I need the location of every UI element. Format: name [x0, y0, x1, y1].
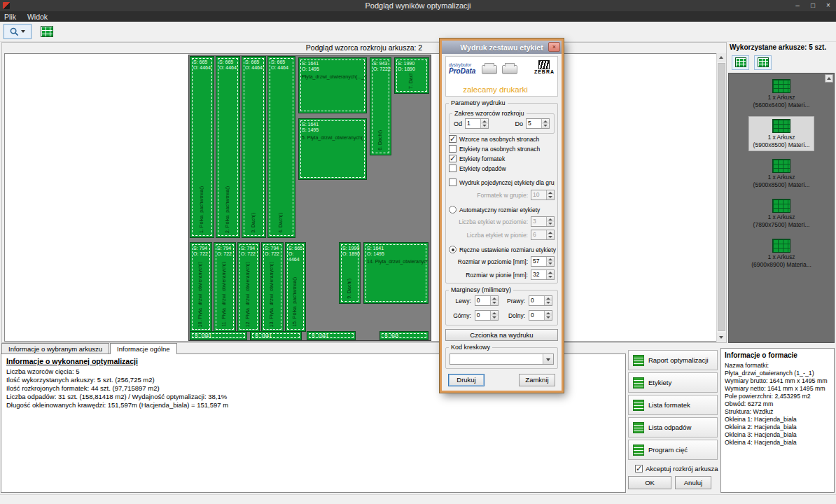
cut-panel-16[interactable]: S: 1641 [190, 331, 247, 340]
auto-size-radio[interactable]: Automatyczny rozmiar etykiety [449, 206, 555, 214]
side-button-3[interactable]: Lista formatek [628, 395, 718, 415]
cut-panel-7[interactable]: S: 943 O: 72226. Dach() [370, 57, 391, 155]
cut-panel-10[interactable]: S: 794 O: 72211. Płyta_drzwi_otwieranych… [214, 242, 236, 332]
cut-panel-5[interactable]: S: 1641 O: 1495Płyta_drzwi_otwieranych(.… [298, 57, 367, 113]
accept-layout-checkbox[interactable]: Akceptuj rozkrój arkusza [635, 465, 718, 472]
format-line: Nazwa formatki: Płyta_drzwi_otwieranych … [725, 362, 830, 377]
side-button-label: Lista odpadów [648, 424, 691, 431]
dialog-checkbox-5[interactable]: Wydruk pojedynczej etykiety dla grupy [449, 178, 555, 187]
sheet-list-item-5[interactable]: 1 x Arkusz(6900x8900) Materia... [729, 233, 834, 273]
margin-right-spinner[interactable]: 0 [529, 295, 552, 306]
sheets-grid-button[interactable] [754, 55, 772, 70]
scroll-down-icon[interactable] [717, 332, 726, 342]
menu-plik[interactable]: Plik [4, 13, 16, 21]
cut-panel-1[interactable]: S: 665 O: 44641. Półka_pachwowa() [190, 56, 214, 238]
dialog-checkbox-3[interactable]: Etykiety formatek [449, 154, 555, 163]
side-button-2[interactable]: Etykiety [628, 372, 718, 393]
panel-name-vertical: 9. Dach() [347, 279, 351, 299]
checkbox-icon[interactable] [635, 465, 643, 472]
cut-panel-13[interactable]: S: 665 O: 446415. Półka_pachwowa() [285, 242, 306, 332]
side-button-4[interactable]: Lista odpadów [628, 417, 718, 438]
preview-canvas[interactable]: S: 665 O: 44641. Półka_pachwowa()S: 665 … [4, 53, 717, 342]
checkbox-label: Etykiety formatek [459, 155, 505, 162]
sheets-scroll-up-icon[interactable] [825, 74, 833, 83]
preview-vertical-scrollbar[interactable] [716, 53, 725, 342]
side-button-5[interactable]: Program cięć [628, 440, 718, 460]
print-button[interactable]: Drukuj [448, 374, 485, 386]
cut-panel-4[interactable]: S: 665 O: 44644. Dach() [267, 56, 295, 238]
printer-icons [482, 61, 517, 74]
close-button[interactable]: × [821, 0, 836, 11]
side-button-1[interactable]: Raport optymalizacji [628, 350, 718, 370]
size-horizontal-spinner[interactable]: 57 [531, 256, 555, 267]
cut-panel-11[interactable]: S: 794 O: 72212. Płyta_drzwi_otwieranych… [237, 242, 260, 332]
checkbox-icon[interactable] [449, 145, 457, 153]
combo-arrow-icon[interactable] [543, 354, 553, 364]
margin-top-spinner[interactable]: 0 [475, 310, 499, 321]
zoom-dropdown-caret[interactable] [21, 30, 25, 33]
panel-name-vertical: 10. Płyta_drzwi_otwieranych() [197, 262, 202, 327]
sheet-list-item-2[interactable]: 1 x Arkusz(5900x8500) Materi... [729, 113, 834, 153]
tab-1[interactable]: Informacje o wybranym arkuszu [1, 343, 109, 354]
margin-bottom-spinner[interactable]: 0 [529, 310, 552, 321]
spin-down-icon[interactable] [480, 124, 488, 129]
minimize-button[interactable]: – [790, 0, 805, 11]
sheets-report-button[interactable] [732, 55, 749, 70]
spin-down-icon[interactable] [546, 262, 554, 267]
margin-right-label: Prawy: [503, 298, 525, 304]
cut-panel-3[interactable]: S: 665 O: 44643. Dach() [242, 56, 266, 238]
cut-panel-9[interactable]: S: 794 O: 72210. Płyta_drzwi_otwieranych… [190, 242, 212, 332]
dialog-checkbox-4[interactable]: Etykiety odpadów [449, 164, 555, 173]
margin-left-spinner[interactable]: 0 [475, 295, 499, 306]
cut-panel-17[interactable]: S: 1641 [250, 331, 302, 340]
to-spinner[interactable]: 5 [526, 118, 550, 129]
sheet-list-item-4[interactable]: 1 x Arkusz(7890x7500) Materi... [729, 193, 834, 233]
manual-size-radio[interactable]: Ręczne ustawienie rozmiaru etykiety [449, 246, 555, 253]
checkbox-icon[interactable] [449, 178, 457, 186]
spin-down-icon[interactable] [541, 124, 549, 129]
spin-down-icon[interactable] [546, 275, 554, 280]
checkbox-icon[interactable] [449, 135, 457, 143]
radio-icon[interactable] [449, 206, 457, 214]
cut-panel-8[interactable]: S: 1990 O: 18907. Dach() [394, 57, 429, 94]
cut-panel-15[interactable]: S: 1641 O: 149514. Płyta_drzwi_otwierany… [363, 242, 429, 304]
cut-panel-19[interactable]: S: 943 [379, 331, 429, 340]
maximize-button[interactable]: □ [805, 0, 821, 11]
tab-2[interactable]: Informacje ogólne [110, 343, 177, 354]
dialog-close-icon[interactable]: × [548, 42, 560, 52]
cancel-button[interactable]: Anuluj [675, 476, 711, 489]
ok-button[interactable]: OK [628, 476, 671, 489]
sheet-list-item-1[interactable]: 1 x Arkusz(5600x6400) Materi... [729, 74, 834, 113]
sheet-list-item-3[interactable]: 1 x Arkusz(5900x8500) Materi... [729, 153, 834, 193]
size-vertical-spinner[interactable]: 32 [531, 270, 555, 280]
dialog-checkbox-1[interactable]: Wzorce na osobnych stronach [449, 134, 555, 144]
checkbox-icon[interactable] [449, 164, 457, 172]
dialog-close-button[interactable]: Zamknij [519, 374, 555, 386]
cut-panel-18[interactable]: S: 1641 [307, 331, 356, 340]
optimization-button[interactable] [38, 24, 56, 39]
dialog-checkbox-2[interactable]: Etykiety na osobnych stronach [449, 144, 555, 153]
checkbox-label: Wydruk pojedynczej etykiety dla grupy [459, 179, 555, 186]
radio-icon[interactable] [449, 246, 457, 253]
scrollbar-thumb[interactable] [718, 63, 725, 331]
menu-widok[interactable]: Widok [27, 13, 48, 21]
panel-label: S: 665 O: 4464 [286, 243, 305, 262]
cut-panel-6[interactable]: S: 1641 S: 14955. Płyta_drzwi_otwieranyc… [298, 118, 367, 180]
cut-panel-12[interactable]: S: 794 O: 72213. Płyta_drzwi_otwieranych… [261, 242, 284, 332]
font-button[interactable]: Czcionka na wydruku [445, 329, 558, 341]
format-info-title: Informacje o formacie [725, 351, 830, 359]
panel-name-vertical: 3. Dach() [251, 213, 256, 233]
panel-name-vertical: 7. Dach() [408, 74, 413, 89]
dialog-title-bar[interactable]: Wydruk zestawu etykiet × [442, 41, 562, 54]
cut-panel-14[interactable]: S: 1990 O: 18909. Dach() [339, 242, 361, 304]
from-spinner[interactable]: 1 [465, 118, 489, 129]
zoom-button[interactable] [4, 24, 32, 39]
barcode-combobox[interactable] [450, 354, 554, 365]
cut-panel-2[interactable]: S: 665 O: 44642. Półka_pachwowa() [216, 56, 240, 238]
side-button-label: Lista formatek [648, 401, 690, 409]
scroll-up-icon[interactable] [717, 53, 726, 62]
checkbox-icon[interactable] [449, 155, 457, 162]
menu-bar: PlikWidok [0, 11, 836, 22]
panel-label: S: 665 O: 4464 [268, 57, 295, 71]
margin-top-label: Górny: [450, 312, 471, 319]
